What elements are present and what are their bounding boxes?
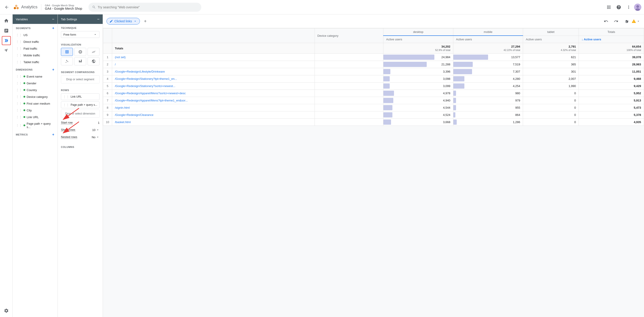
green-dot (24, 124, 25, 126)
row-num: 7 (103, 97, 112, 104)
apps-button[interactable] (604, 3, 613, 12)
dimension-city[interactable]: ⋮⋮ City (13, 107, 58, 114)
redo-button[interactable] (612, 17, 620, 26)
totals-metric-header[interactable]: ↓ Active users (579, 36, 644, 43)
row-page-path[interactable]: ⋮⋮ Page path + query s... (61, 101, 100, 108)
totals-tablet-cell: 2,7914.32% of total (523, 43, 579, 54)
green-dot (24, 109, 25, 111)
row-total: 5,913 (579, 97, 644, 104)
technique-select[interactable]: Free form (61, 31, 100, 38)
show-rows-dropdown-icon[interactable] (96, 128, 100, 132)
dimension-event-name[interactable]: ⋮⋮ Event name (13, 73, 58, 80)
table-row[interactable]: 7 /Google+Redesign/Apparel/Mens?tpt=them… (103, 97, 644, 104)
tab-settings-minus[interactable]: − (97, 17, 100, 21)
dimension-country[interactable]: ⋮⋮ Country (13, 87, 58, 93)
table-row[interactable]: 2 / 21,288 7,519 365 28,983 (103, 61, 644, 68)
row-desktop: 4,940 (384, 97, 453, 104)
dimension-gender[interactable]: ⋮⋮ Gender (13, 80, 58, 87)
tab-dropdown-icon[interactable] (133, 19, 137, 23)
row-desktop: 4,544 (384, 104, 453, 111)
table-row[interactable]: 1 (not set) 24,984 13,577 621 39,078 (103, 54, 644, 61)
dim-label: Country (27, 88, 37, 92)
dimension-first-user-medium[interactable]: ⋮⋮ First user medium (13, 100, 58, 107)
drop-dimension-zone[interactable]: Drop or select dimension (61, 110, 100, 118)
link-url-header (112, 28, 315, 43)
row-link-url[interactable]: ⋮⋮ Link URL (61, 93, 100, 100)
viz-geo-button[interactable] (88, 57, 100, 65)
nav-advertising[interactable] (2, 46, 11, 55)
nav-explore[interactable] (2, 36, 11, 45)
avatar[interactable] (634, 3, 641, 11)
viz-line-button[interactable] (88, 48, 100, 56)
table-row[interactable]: 8 /signin.html 4,544 955 0 5,473 (103, 104, 644, 111)
add-metric-button[interactable]: + (52, 133, 54, 137)
nav-settings[interactable] (2, 306, 11, 315)
drag-handle-icon: ⋮⋮ (16, 108, 22, 112)
table-row[interactable]: 5 /Google+Redesign/Stationery?sortci=new… (103, 82, 644, 90)
table-row[interactable]: 3 /Google+Redesign/Lifestyle/Drinkware 3… (103, 68, 644, 75)
segment-tablet-traffic[interactable]: ⋮⋮ Tablet traffic (13, 59, 58, 65)
clicked-links-tab[interactable]: Clicked links (106, 18, 140, 24)
search-input[interactable] (98, 5, 198, 9)
main-content: Clicked links + (103, 14, 644, 317)
warning-button[interactable] (631, 17, 640, 26)
row-total: 5,952 (579, 90, 644, 97)
row-page-path-label: Page path + query s... (71, 103, 97, 106)
segment-mobile-traffic[interactable]: ⋮⋮ Mobile traffic (13, 52, 58, 59)
more-button[interactable] (624, 3, 633, 12)
row-mobile: 4,280 (453, 75, 523, 82)
variables-minus[interactable]: − (52, 17, 54, 21)
row-page (314, 82, 384, 90)
dimension-link-url[interactable]: ⋮⋮ Link URL (13, 114, 58, 120)
segment-paid-traffic[interactable]: ⋮⋮ Paid traffic (13, 45, 58, 52)
viz-table-button[interactable] (61, 48, 73, 56)
show-rows-line: Show rows 10 (61, 126, 100, 133)
start-row-value: 1 (98, 121, 100, 124)
row-mobile: 979 (453, 97, 523, 104)
viz-bar-button[interactable] (74, 57, 86, 65)
desktop-metric-header[interactable]: Active users (384, 36, 453, 43)
technique-value: Free form (64, 33, 76, 36)
add-tab-button[interactable]: + (142, 17, 149, 25)
dimension-device-category[interactable]: ⋮⋮ Device category (13, 93, 58, 100)
add-segment-button[interactable]: + (52, 26, 54, 30)
nested-rows-label[interactable]: Nested rows (61, 135, 77, 139)
undo-button[interactable] (602, 17, 610, 26)
row-mobile: 955 (453, 104, 523, 111)
tablet-metric-header[interactable]: Active users (523, 36, 579, 43)
desktop-group-header: desktop (384, 28, 453, 36)
table-row[interactable]: 4 /Google+Redesign/Stationery?tpt=theme1… (103, 75, 644, 82)
row-tablet: 0 (523, 119, 579, 126)
dim-label: First user medium (27, 102, 50, 105)
nav-reports[interactable] (2, 26, 11, 35)
segment-direct-traffic[interactable]: ⋮⋮ Direct traffic (13, 38, 58, 45)
topbar: Analytics GA4 - Google Merch Shop GA4 - … (0, 0, 644, 14)
row-mobile: 13,577 (453, 54, 523, 61)
tab-label: Clicked links (114, 19, 132, 23)
row-num: 9 (103, 111, 112, 119)
table-row[interactable]: 10 /basket.html 3,668 1,286 0 4,935 (103, 119, 644, 126)
segment-us[interactable]: ⋮⋮ US (13, 31, 58, 38)
dimension-page-path-+-query-s...[interactable]: ⋮⋮ Page path + query s... (13, 120, 58, 130)
viz-donut-button[interactable] (74, 48, 86, 56)
row-mobile: 4,254 (453, 82, 523, 90)
drop-segment-zone[interactable]: Drop or select segment (61, 75, 100, 83)
visualization-label: VISUALIZATION (61, 43, 100, 46)
add-dimension-button[interactable]: + (52, 68, 54, 72)
show-rows-label[interactable]: Show rows (61, 128, 75, 132)
table-row[interactable]: 6 /Google+Redesign/Apparel/Mens?sortci=n… (103, 90, 644, 97)
nested-rows-value: No (92, 135, 96, 139)
table-row[interactable]: 9 /Google+Redesign/Clearance 4,524 864 0… (103, 111, 644, 119)
back-button[interactable] (3, 3, 11, 11)
viz-scatter-button[interactable] (61, 57, 73, 65)
nested-rows-dropdown-icon[interactable] (96, 135, 100, 139)
mobile-metric-header[interactable]: Active users (453, 36, 523, 43)
search-bar[interactable] (88, 3, 201, 12)
share-button[interactable] (622, 17, 630, 26)
start-row-label[interactable]: Start row (61, 121, 73, 124)
help-button[interactable] (614, 3, 623, 12)
row-page (314, 104, 384, 111)
drag-handle-icon: ⋮⋮ (63, 103, 69, 107)
variables-panel-header: Variables − (13, 14, 58, 24)
nav-home[interactable] (2, 16, 11, 25)
